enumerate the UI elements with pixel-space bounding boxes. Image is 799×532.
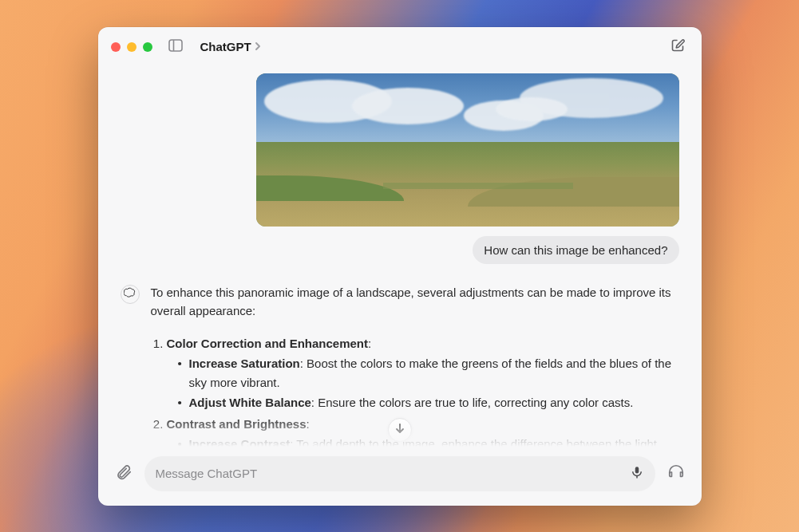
list-subitem: Increase Contrast: To add depth to the i…	[178, 435, 679, 446]
headphones-icon	[667, 463, 685, 484]
list-subitem: Adjust White Balance: Ensure the colors …	[178, 393, 679, 412]
scroll-to-bottom-button[interactable]	[388, 418, 412, 442]
window-minimize-button[interactable]	[127, 42, 136, 52]
window-zoom-button[interactable]	[143, 42, 152, 52]
window-controls	[111, 42, 152, 52]
paperclip-icon	[115, 463, 133, 484]
user-message-bubble: How can this image be enhanced?	[473, 236, 678, 264]
arrow-down-icon	[394, 423, 405, 437]
list-subitem-bold: Increase Saturation	[189, 357, 300, 370]
user-message-block: How can this image be enhanced?	[121, 73, 679, 264]
assistant-avatar	[121, 285, 140, 304]
list-item-title: Color Correction and Enhancement	[167, 337, 369, 350]
list-subitem-bold: Increase Contrast	[189, 437, 291, 446]
conversation-area: How can this image be enhanced? To enhan…	[98, 67, 702, 447]
assistant-message-content: To enhance this panoramic image of a lan…	[151, 283, 679, 447]
list-subitem-rest: : Ensure the colors are true to life, co…	[311, 396, 634, 409]
sidebar-toggle-button[interactable]	[168, 39, 183, 55]
user-uploaded-image[interactable]	[256, 73, 679, 227]
list-subitem: Increase Saturation: Boost the colors to…	[178, 354, 679, 392]
list-item: Contrast and Brightness: Increase Contra…	[167, 415, 679, 447]
message-input-container	[144, 456, 655, 491]
chevron-right-icon	[255, 40, 261, 54]
window-title: ChatGPT	[200, 40, 251, 53]
list-item-title: Contrast and Brightness	[167, 417, 307, 431]
new-chat-button[interactable]	[666, 34, 689, 60]
svg-rect-0	[169, 40, 182, 51]
window-close-button[interactable]	[111, 42, 121, 52]
microphone-icon	[630, 465, 644, 483]
message-input[interactable]	[156, 467, 622, 480]
user-message-text: How can this image be enhanced?	[484, 243, 667, 257]
window-title-group[interactable]: ChatGPT	[200, 40, 261, 54]
voice-input-button[interactable]	[630, 465, 644, 483]
titlebar: ChatGPT	[98, 27, 702, 67]
list-item: Color Correction and Enhancement: Increa…	[167, 334, 679, 412]
assistant-intro-text: To enhance this panoramic image of a lan…	[151, 283, 679, 321]
input-bar	[98, 447, 702, 506]
sidebar-toggle-icon	[168, 39, 183, 55]
voice-mode-button[interactable]	[665, 463, 687, 485]
attach-file-button[interactable]	[113, 463, 135, 485]
compose-icon	[670, 37, 686, 57]
list-subitem-bold: Adjust White Balance	[189, 396, 311, 409]
app-window: ChatGPT	[98, 27, 702, 506]
chatgpt-logo-icon	[124, 286, 136, 301]
